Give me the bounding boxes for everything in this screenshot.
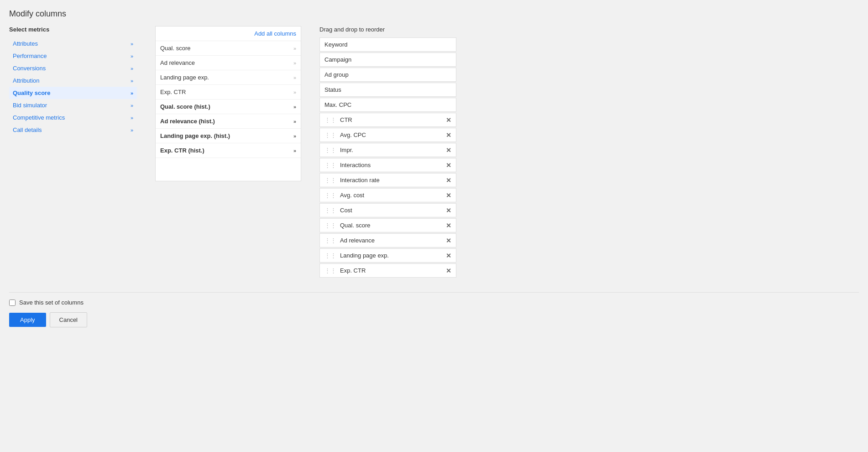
sidebar-item-label: Bid simulator xyxy=(13,102,47,109)
column-item-max-cpc: Max. CPC xyxy=(319,98,456,112)
sidebar-item-label: Attributes xyxy=(13,40,38,47)
sidebar-item-performance[interactable]: Performance» xyxy=(9,50,137,62)
drag-handle-icon[interactable]: ⋮⋮ xyxy=(324,222,336,229)
drag-handle-icon[interactable]: ⋮⋮ xyxy=(324,192,336,199)
chevron-right-icon: » xyxy=(131,115,133,121)
remove-column-button[interactable]: ✕ xyxy=(446,132,451,138)
column-item-status: Status xyxy=(319,83,456,97)
sidebar-item-competitive-metrics[interactable]: Competitive metrics» xyxy=(9,111,137,124)
metric-item-qual-score-hist[interactable]: Qual. score (hist.)» xyxy=(156,100,301,114)
metric-label: Landing page exp. (hist.) xyxy=(160,132,230,139)
remove-column-button[interactable]: ✕ xyxy=(446,162,451,168)
sidebar-item-attributes[interactable]: Attributes» xyxy=(9,37,137,50)
column-label: Avg. cost xyxy=(340,192,446,199)
remove-column-button[interactable]: ✕ xyxy=(446,117,451,123)
drag-handle-icon[interactable]: ⋮⋮ xyxy=(324,162,336,168)
metric-label: Ad relevance (hist.) xyxy=(160,118,215,125)
remove-column-button[interactable]: ✕ xyxy=(446,147,451,153)
chevron-right-icon: » xyxy=(293,75,296,80)
column-item-impr: ⋮⋮ Impr. ✕ xyxy=(319,143,456,157)
column-item-exp-ctr: ⋮⋮ Exp. CTR ✕ xyxy=(319,263,456,278)
sidebar-item-conversions[interactable]: Conversions» xyxy=(9,62,137,74)
metric-label: Exp. CTR (hist.) xyxy=(160,147,204,154)
drag-handle-icon[interactable]: ⋮⋮ xyxy=(324,116,336,123)
metric-item-qual-score[interactable]: Qual. score» xyxy=(156,41,301,56)
apply-button[interactable]: Apply xyxy=(9,313,46,327)
remove-column-button[interactable]: ✕ xyxy=(446,268,451,274)
column-item-interaction-rate: ⋮⋮ Interaction rate ✕ xyxy=(319,173,456,187)
sidebar-item-label: Conversions xyxy=(13,65,46,72)
select-metrics-title: Select metrics xyxy=(9,26,137,33)
column-label: Ad relevance xyxy=(340,237,446,244)
drag-handle-icon[interactable]: ⋮⋮ xyxy=(324,267,336,274)
metric-label: Exp. CTR xyxy=(160,89,186,95)
save-label: Save this set of columns xyxy=(19,299,84,306)
column-label: Landing page exp. xyxy=(340,252,446,259)
metric-label: Ad relevance xyxy=(160,59,195,66)
remove-column-button[interactable]: ✕ xyxy=(446,207,451,214)
metric-item-ad-relevance[interactable]: Ad relevance» xyxy=(156,56,301,70)
metric-item-landing-page-exp-hist[interactable]: Landing page exp. (hist.)» xyxy=(156,129,301,143)
column-item-interactions: ⋮⋮ Interactions ✕ xyxy=(319,158,456,172)
sidebar-item-label: Attribution xyxy=(13,77,40,84)
save-checkbox[interactable] xyxy=(9,300,16,306)
right-panel: Drag and drop to reorder KeywordCampaign… xyxy=(319,26,859,279)
column-item-ctr: ⋮⋮ CTR ✕ xyxy=(319,113,456,127)
column-label: Campaign xyxy=(324,56,451,63)
column-label: Cost xyxy=(340,207,446,214)
buttons-row: Apply Cancel xyxy=(9,312,859,327)
column-item-ad-relevance: ⋮⋮ Ad relevance ✕ xyxy=(319,233,456,247)
column-item-keyword: Keyword xyxy=(319,37,456,52)
sidebar-item-quality-score[interactable]: Quality score» xyxy=(9,87,137,99)
left-panel: Select metrics Attributes»Performance»Co… xyxy=(9,26,137,136)
column-item-ad-group: Ad group xyxy=(319,68,456,82)
modify-columns-dialog: Modify columns Select metrics Attributes… xyxy=(9,9,859,327)
metric-item-exp-ctr-hist[interactable]: Exp. CTR (hist.)» xyxy=(156,143,301,158)
column-label: Keyword xyxy=(324,41,451,48)
chevron-right-icon: » xyxy=(131,127,133,133)
add-all-row: Add all columns xyxy=(156,26,301,41)
remove-column-button[interactable]: ✕ xyxy=(446,222,451,229)
chevron-right-icon: » xyxy=(293,89,296,95)
chevron-right-icon: » xyxy=(131,41,133,47)
chevron-right-icon: » xyxy=(293,133,296,139)
remove-column-button[interactable]: ✕ xyxy=(446,252,451,259)
add-all-columns-link[interactable]: Add all columns xyxy=(254,30,296,37)
column-label: Qual. score xyxy=(340,222,446,229)
metrics-panel: Add all columns Qual. score»Ad relevance… xyxy=(155,26,301,181)
drag-handle-icon[interactable]: ⋮⋮ xyxy=(324,207,336,214)
drag-handle-icon[interactable]: ⋮⋮ xyxy=(324,131,336,138)
metric-item-landing-page-exp[interactable]: Landing page exp.» xyxy=(156,70,301,85)
column-label: Status xyxy=(324,86,451,93)
drag-handle-icon[interactable]: ⋮⋮ xyxy=(324,177,336,184)
sidebar-item-call-details[interactable]: Call details» xyxy=(9,124,137,136)
metric-item-ad-relevance-hist[interactable]: Ad relevance (hist.)» xyxy=(156,114,301,129)
sidebar-item-label: Quality score xyxy=(13,89,50,96)
drag-handle-icon[interactable]: ⋮⋮ xyxy=(324,252,336,259)
sidebar-item-attribution[interactable]: Attribution» xyxy=(9,74,137,87)
cancel-button[interactable]: Cancel xyxy=(50,312,87,327)
middle-panel: Add all columns Qual. score»Ad relevance… xyxy=(155,26,301,181)
column-label: Ad group xyxy=(324,71,451,78)
columns-list: KeywordCampaignAd groupStatusMax. CPC ⋮⋮… xyxy=(319,37,456,278)
column-label: CTR xyxy=(340,116,446,123)
chevron-right-icon: » xyxy=(293,119,296,124)
save-row: Save this set of columns xyxy=(9,299,859,306)
sidebar-item-bid-simulator[interactable]: Bid simulator» xyxy=(9,99,137,111)
drag-handle-icon[interactable]: ⋮⋮ xyxy=(324,147,336,153)
remove-column-button[interactable]: ✕ xyxy=(446,192,451,199)
chevron-right-icon: » xyxy=(131,53,133,59)
metric-item-exp-ctr[interactable]: Exp. CTR» xyxy=(156,85,301,100)
drag-handle-icon[interactable]: ⋮⋮ xyxy=(324,237,336,244)
column-label: Impr. xyxy=(340,147,446,153)
page-title: Modify columns xyxy=(9,9,859,19)
footer: Save this set of columns Apply Cancel xyxy=(9,292,859,327)
column-label: Max. CPC xyxy=(324,101,451,108)
remove-column-button[interactable]: ✕ xyxy=(446,237,451,244)
sidebar-list: Attributes»Performance»Conversions»Attri… xyxy=(9,37,137,136)
chevron-right-icon: » xyxy=(131,78,133,84)
chevron-right-icon: » xyxy=(131,90,133,96)
remove-column-button[interactable]: ✕ xyxy=(446,177,451,184)
metrics-items-list: Qual. score»Ad relevance»Landing page ex… xyxy=(156,41,301,158)
column-label: Interaction rate xyxy=(340,177,446,184)
